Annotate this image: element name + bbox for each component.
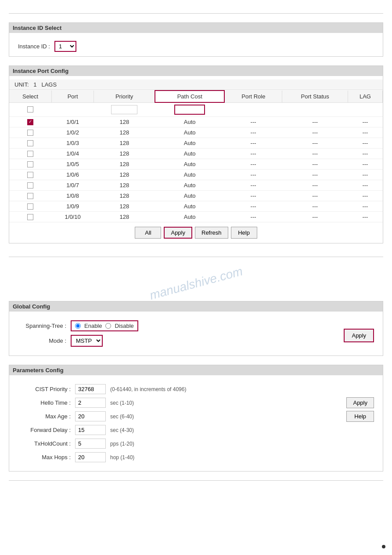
row-priority: 128 xyxy=(94,159,155,170)
row-checkbox-cell xyxy=(9,149,52,159)
mode-select[interactable]: STP RSTP MSTP xyxy=(72,336,102,346)
row-port-status: --- xyxy=(282,170,348,180)
row-1-checkbox[interactable] xyxy=(27,130,33,136)
row-priority: 128 xyxy=(94,127,155,138)
all-button[interactable]: All xyxy=(135,227,161,239)
mid-divider xyxy=(9,257,383,257)
priority-header-input[interactable] xyxy=(111,105,137,114)
spanning-tree-radio-group: Enable Disable xyxy=(71,320,138,331)
row-path-cost: Auto xyxy=(155,180,224,191)
row-path-cost: Auto xyxy=(155,159,224,170)
param-hint-4: pps (1-20) xyxy=(110,441,134,447)
global-config-header: Global Config xyxy=(9,301,383,312)
param-label-4: TxHoldCount : xyxy=(18,440,71,447)
watermark-text: manualshive.com xyxy=(148,264,244,302)
row-lag: --- xyxy=(348,170,382,180)
row-port-status: --- xyxy=(282,180,348,191)
refresh-button[interactable]: Refresh xyxy=(195,227,228,239)
row-path-cost: Auto xyxy=(155,138,224,149)
row-port-role: --- xyxy=(224,159,282,170)
param-input-3[interactable] xyxy=(75,425,106,435)
row-8-checkbox[interactable] xyxy=(27,203,33,210)
table-row: 1/0/4128Auto--------- xyxy=(9,149,383,159)
row-lag: --- xyxy=(348,149,382,159)
row-port-status: --- xyxy=(282,159,348,170)
table-row: 1/0/9128Auto--------- xyxy=(9,201,383,212)
row-port-role: --- xyxy=(224,138,282,149)
path-cost-input[interactable]: 400000 xyxy=(174,105,205,115)
row-lag: --- xyxy=(348,212,382,222)
row-lag: --- xyxy=(348,191,382,201)
row-lag: --- xyxy=(348,201,382,212)
col-priority: Priority xyxy=(94,91,155,102)
row-port: 1/0/5 xyxy=(52,159,94,170)
row-6-checkbox[interactable] xyxy=(27,182,33,189)
unit-suffix: LAGS xyxy=(41,81,57,88)
row-port: 1/0/6 xyxy=(52,170,94,180)
top-divider xyxy=(9,13,383,14)
params-body: CIST Priority :(0-61440, in increments o… xyxy=(9,379,383,471)
param-label-5: Max Hops : xyxy=(18,454,71,461)
param-input-4[interactable] xyxy=(75,439,106,449)
row-7-checkbox[interactable] xyxy=(27,193,33,199)
row-9-checkbox[interactable] xyxy=(27,214,33,220)
global-apply-button[interactable]: Apply xyxy=(344,329,374,342)
param-input-2[interactable] xyxy=(75,411,106,421)
row-port-status: --- xyxy=(282,191,348,201)
global-config-section: Global Config Spanning-Tree : Enable Dis… xyxy=(9,301,383,356)
row-5-checkbox[interactable] xyxy=(27,172,33,178)
params-fields: CIST Priority :(0-61440, in increments o… xyxy=(18,384,338,466)
row-port-status: --- xyxy=(282,138,348,149)
params-config-section: Parameters Config CIST Priority :(0-6144… xyxy=(9,365,383,472)
priority-header-input-cell xyxy=(94,102,155,117)
row-0-checkbox[interactable] xyxy=(27,119,33,125)
bottom-spacer xyxy=(9,490,383,498)
row-port: 1/0/3 xyxy=(52,138,94,149)
help-button[interactable]: Help xyxy=(231,227,257,239)
param-label-1: Hello Time : xyxy=(18,399,71,406)
row-port-role: --- xyxy=(224,149,282,159)
param-label-3: Forward Delay : xyxy=(18,427,71,433)
table-row: 1/0/2128Auto--------- xyxy=(9,127,383,138)
row-port-role: --- xyxy=(224,201,282,212)
row-lag: --- xyxy=(348,117,382,127)
row-priority: 128 xyxy=(94,170,155,180)
table-row: 1/0/1128Auto--------- xyxy=(9,117,383,127)
param-input-1[interactable] xyxy=(75,398,106,408)
apply-button[interactable]: Apply xyxy=(164,227,192,239)
enable-radio[interactable] xyxy=(75,323,81,329)
param-input-5[interactable] xyxy=(75,452,106,462)
row-2-checkbox[interactable] xyxy=(27,140,33,146)
param-row: Max Age :sec (6-40) xyxy=(18,411,338,421)
table-row: 1/0/7128Auto--------- xyxy=(9,180,383,191)
unit-row: UNIT: 1 LAGS xyxy=(9,80,383,90)
param-hint-0: (0-61440, in increments of 4096) xyxy=(110,386,186,392)
instance-id-select[interactable]: 1 2 3 xyxy=(54,41,76,52)
row-checkbox-cell xyxy=(9,201,52,212)
params-buttons: Apply Help xyxy=(346,384,374,466)
param-label-0: CIST Priority : xyxy=(18,386,71,392)
row-4-checkbox[interactable] xyxy=(27,161,33,167)
select-all-checkbox[interactable] xyxy=(27,106,33,112)
row-path-cost: Auto xyxy=(155,149,224,159)
row-3-checkbox[interactable] xyxy=(27,151,33,157)
disable-radio[interactable] xyxy=(105,323,111,329)
row-checkbox-cell xyxy=(9,180,52,191)
row-path-cost: Auto xyxy=(155,117,224,127)
row-port-role: --- xyxy=(224,191,282,201)
params-help-button[interactable]: Help xyxy=(346,411,374,422)
params-config-header: Parameters Config xyxy=(9,365,383,375)
row-priority: 128 xyxy=(94,149,155,159)
params-apply-button[interactable]: Apply xyxy=(346,397,374,408)
port-header-empty xyxy=(52,102,94,117)
global-config-fields: Spanning-Tree : Enable Disable Mode : ST… xyxy=(18,320,335,350)
param-input-0[interactable] xyxy=(75,384,106,394)
path-cost-input-cell: 400000 xyxy=(155,102,224,117)
row-checkbox-cell xyxy=(9,170,52,180)
lag-header-empty xyxy=(348,102,382,117)
row-port-status: --- xyxy=(282,127,348,138)
table-row: 1/0/6128Auto--------- xyxy=(9,170,383,180)
col-select: Select xyxy=(9,91,52,102)
table-row: 1/0/8128Auto--------- xyxy=(9,191,383,201)
param-hint-5: hop (1-40) xyxy=(110,454,134,461)
